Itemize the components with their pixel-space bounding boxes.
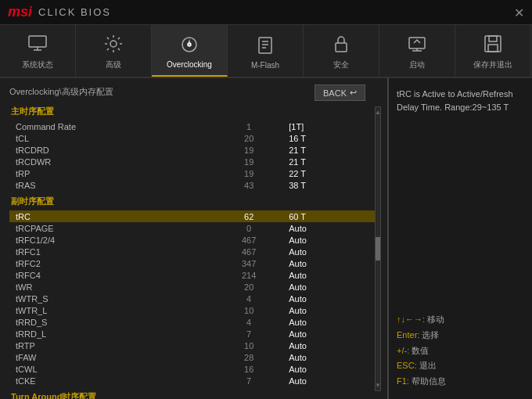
row-name: Command Rate xyxy=(9,120,212,132)
table-row: tWR20Auto xyxy=(9,281,378,293)
row-current: 10 xyxy=(212,340,286,351)
row-current: 4 xyxy=(212,316,286,328)
row-value: Auto xyxy=(286,316,378,328)
section-header-secondary-timing: 副时序配置 xyxy=(9,196,378,207)
table-row: tCWL16Auto xyxy=(9,363,378,375)
table-row: tRFC1/2/4467Auto xyxy=(9,234,378,246)
key-name: ESC: xyxy=(397,361,417,370)
row-current: 19 xyxy=(212,156,286,167)
section-header-turnaround: Turn Around时序配置 xyxy=(9,391,378,399)
row-name: tCWL xyxy=(9,363,212,375)
row-name: tCL xyxy=(9,132,212,144)
row-value: Auto xyxy=(286,222,378,234)
table-row: tWTR_L10Auto xyxy=(9,304,378,316)
row-current: 62 xyxy=(212,210,286,222)
row-name: tRFC2 xyxy=(9,257,212,269)
row-name: tWTR_S xyxy=(9,293,212,304)
nav-item-overclocking[interactable]: Overclocking xyxy=(152,25,228,77)
key-hint-line: ESC: 退出 xyxy=(397,358,524,374)
row-name: tFAW xyxy=(9,351,212,363)
row-current: 7 xyxy=(212,375,286,386)
table-row: tRCPAGE0Auto xyxy=(9,222,378,234)
svg-point-5 xyxy=(188,43,191,46)
help-text: tRC is Active to Active/Refresh Delay Ti… xyxy=(397,88,524,306)
nav-item-boot[interactable]: 启动 xyxy=(379,25,455,77)
nav-label-m-flash: M-Flash xyxy=(251,61,279,70)
lock-icon xyxy=(329,31,354,56)
svg-rect-6 xyxy=(259,38,271,53)
key-name: Enter: xyxy=(397,330,419,340)
table-row: tRAS4338 T xyxy=(9,179,378,191)
row-current: 1 xyxy=(212,120,286,132)
row-name: tCKE xyxy=(9,375,212,386)
svg-rect-10 xyxy=(336,43,347,52)
nav-item-system-status[interactable]: 系统状态 xyxy=(0,25,76,77)
nav-item-save-exit[interactable]: 保存并退出 xyxy=(455,25,531,77)
gear-icon xyxy=(101,31,126,56)
row-current: 20 xyxy=(212,132,286,144)
close-button[interactable]: ✕ xyxy=(514,5,524,20)
monitor-icon xyxy=(25,31,50,56)
row-name: tRC xyxy=(9,210,212,222)
row-name: tRFC4 xyxy=(9,269,212,281)
row-current: 4 xyxy=(212,293,286,304)
row-value: 16 T xyxy=(286,132,378,144)
row-value: Auto xyxy=(286,304,378,316)
back-arrow-icon: ↩ xyxy=(350,88,357,98)
table-row: tRTP10Auto xyxy=(9,340,378,351)
back-button[interactable]: BACK ↩ xyxy=(315,84,365,101)
scrollbar[interactable]: ▲ ▼ xyxy=(375,106,381,391)
row-name: tRCPAGE xyxy=(9,222,212,234)
table-row[interactable]: tRC6260 T xyxy=(9,210,378,222)
table-row: tWTR_S4Auto xyxy=(9,293,378,304)
nav-item-security[interactable]: 安全 xyxy=(304,25,379,77)
key-desc: 退出 xyxy=(419,361,437,370)
key-name: ↑↓←→: xyxy=(397,315,425,324)
scroll-down-icon[interactable]: ▼ xyxy=(375,382,381,389)
row-value: 60 T xyxy=(286,210,378,222)
row-name: tRFC1/2/4 xyxy=(9,234,212,246)
table-row: tRFC4214Auto xyxy=(9,269,378,281)
row-value: Auto xyxy=(286,340,378,351)
msi-logo: msi xyxy=(8,4,32,20)
scroll-up-icon[interactable]: ▲ xyxy=(375,109,381,116)
scroll-thumb[interactable] xyxy=(376,237,380,261)
svg-rect-16 xyxy=(488,45,498,52)
row-current: 7 xyxy=(212,328,286,340)
row-value: Auto xyxy=(286,293,378,304)
table-row: tRFC1467Auto xyxy=(9,246,378,257)
row-current: 10 xyxy=(212,304,286,316)
key-hint-line: ↑↓←→: 移动 xyxy=(397,312,524,328)
nav-bar: 系统状态高级OverclockingM-Flash安全启动保存并退出 xyxy=(0,25,532,78)
row-value: Auto xyxy=(286,328,378,340)
table-row: tRP1922 T xyxy=(9,167,378,179)
row-name: tWR xyxy=(9,281,212,293)
row-current: 467 xyxy=(212,246,286,257)
row-current: 214 xyxy=(212,269,286,281)
svg-rect-0 xyxy=(29,36,46,47)
svg-rect-15 xyxy=(489,36,497,41)
nav-label-advanced: 高级 xyxy=(106,59,121,70)
row-name: tRP xyxy=(9,167,212,179)
key-name: +/-: xyxy=(397,346,409,355)
key-desc: 数值 xyxy=(412,346,429,355)
row-value: Auto xyxy=(286,375,378,386)
key-hints: ↑↓←→: 移动Enter: 选择+/-: 数值ESC: 退出F1: 帮助信息 xyxy=(397,312,524,390)
key-hint-line: +/-: 数值 xyxy=(397,343,524,359)
key-hint-line: F1: 帮助信息 xyxy=(397,374,524,390)
config-table-secondary-timing: tRC6260 TtRCPAGE0AutotRFC1/2/4467AutotRF… xyxy=(9,210,378,386)
row-current: 19 xyxy=(212,144,286,156)
row-value: Auto xyxy=(286,363,378,375)
key-desc: 选择 xyxy=(422,330,439,340)
row-value: Auto xyxy=(286,257,378,269)
svg-point-3 xyxy=(110,41,117,47)
config-content: 主时序配置Command Rate1[1T]tCL2016 TtRCDRD192… xyxy=(9,106,378,399)
row-current: 43 xyxy=(212,179,286,191)
row-current: 347 xyxy=(212,257,286,269)
nav-item-m-flash[interactable]: M-Flash xyxy=(228,25,304,77)
row-value: Auto xyxy=(286,281,378,293)
row-value: Auto xyxy=(286,269,378,281)
back-label: BACK xyxy=(323,88,347,98)
key-desc: 帮助信息 xyxy=(412,376,446,386)
nav-item-advanced[interactable]: 高级 xyxy=(76,25,152,77)
